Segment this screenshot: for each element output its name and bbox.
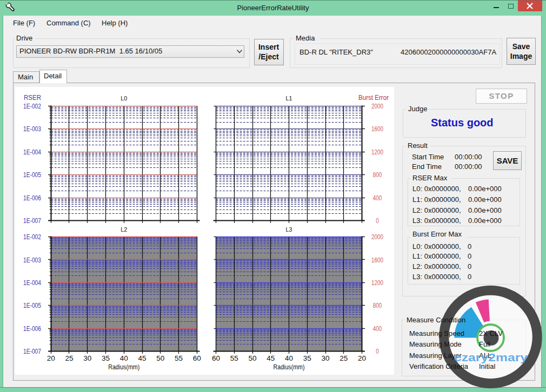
svg-text:czary2mary: czary2mary [454,352,528,363]
